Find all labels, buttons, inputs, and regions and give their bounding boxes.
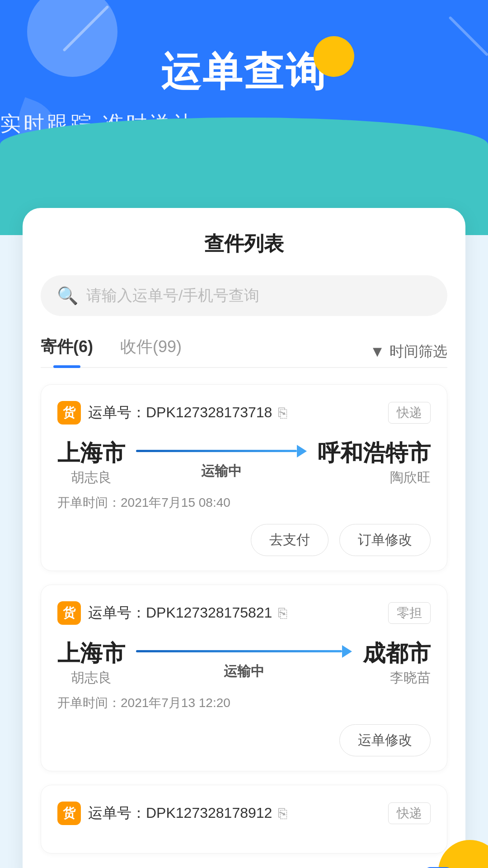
filter-icon: ▼ (370, 343, 385, 360)
package-card-3: 货 运单号：DPK127328178912 ⎘ 快递 (41, 785, 447, 854)
from-name-2: 胡志良 (57, 669, 125, 687)
panel-title: 查件列表 (41, 231, 447, 257)
copy-icon-2[interactable]: ⎘ (278, 605, 287, 622)
arrow-line-1 (136, 445, 307, 458)
pkg-card-header-1: 货 运单号：DPK127328173718 ⎘ 快递 (57, 401, 431, 425)
route-arrow-1: 运输中 (125, 445, 318, 481)
package-card-2: 货 运单号：DPK127328175821 ⎘ 零担 上海市 胡志良 运输中 成… (41, 585, 447, 771)
pkg-time-2: 开单时间：2021年7月13 12:20 (57, 694, 431, 712)
copy-icon-3[interactable]: ⎘ (278, 805, 287, 822)
search-icon: 🔍 (57, 286, 78, 306)
pkg-type-2: 零担 (388, 602, 431, 624)
hero-title-wrap: 运单查询 (0, 45, 488, 99)
action-row-1: 去支付 订单修改 (57, 524, 431, 556)
pkg-icon-1: 货 (57, 401, 81, 425)
tabs-row: 寄件(6) 收件(99) ▼ 时间筛选 (41, 336, 447, 368)
tab-received[interactable]: 收件(99) (120, 336, 182, 367)
arrow-line-2 (136, 645, 352, 658)
pkg-card-header-2: 货 运单号：DPK127328175821 ⎘ 零担 (57, 601, 431, 625)
to-city-2: 成都市 李晓苗 (363, 638, 431, 687)
route-status-1: 运输中 (201, 462, 242, 481)
pkg-waybill-1: 运单号：DPK127328173718 (88, 403, 272, 423)
to-city-text-1: 呼和浩特市 (318, 438, 431, 468)
pkg-card-header-3: 货 运单号：DPK127328178912 ⎘ 快递 (57, 802, 431, 825)
package-card-1: 货 运单号：DPK127328173718 ⎘ 快递 上海市 胡志良 运输中 呼… (41, 384, 447, 571)
pkg-waybill-2: 运单号：DPK127328175821 (88, 603, 272, 623)
copy-icon-1[interactable]: ⎘ (278, 405, 287, 421)
pkg-icon-3: 货 (57, 802, 81, 825)
modify-button-2[interactable]: 运单修改 (339, 724, 431, 756)
content-area: 查件列表 🔍 请输入运单号/手机号查询 寄件(6) 收件(99) ▼ 时间筛选 … (0, 235, 488, 868)
tab-sent[interactable]: 寄件(6) (41, 336, 93, 367)
time-filter[interactable]: ▼ 时间筛选 (370, 342, 447, 362)
route-status-2: 运输中 (224, 662, 264, 681)
from-city-1: 上海市 胡志良 (57, 438, 125, 487)
card-panel: 查件列表 🔍 请输入运单号/手机号查询 寄件(6) 收件(99) ▼ 时间筛选 … (23, 208, 465, 868)
pkg-type-3: 快递 (388, 802, 431, 824)
from-name-1: 胡志良 (57, 468, 125, 487)
to-city-1: 呼和浩特市 陶欣旺 (318, 438, 431, 487)
hero-title-text: 运单查询 (161, 49, 327, 94)
tab-sent-label: 寄件(6) (41, 337, 93, 356)
pkg-waybill-3: 运单号：DPK127328178912 (88, 803, 272, 823)
modify-button-1[interactable]: 订单修改 (339, 524, 431, 556)
from-city-2: 上海市 胡志良 (57, 638, 125, 687)
pkg-time-1: 开单时间：2021年7月15 08:40 (57, 494, 431, 511)
route-row-2: 上海市 胡志良 运输中 成都市 李晓苗 (57, 638, 431, 687)
filter-label: 时间筛选 (389, 342, 447, 362)
tab-received-label: 收件(99) (120, 337, 182, 356)
arrow-head-2 (342, 645, 352, 658)
hero-title-dot (314, 36, 354, 77)
pkg-type-1: 快递 (388, 402, 431, 424)
hero-title: 运单查询 (161, 45, 327, 99)
route-arrow-2: 运输中 (125, 645, 363, 681)
action-row-2: 运单修改 (57, 724, 431, 756)
search-bar[interactable]: 🔍 请输入运单号/手机号查询 (41, 275, 447, 316)
to-name-2: 李晓苗 (363, 669, 431, 687)
pay-button-1[interactable]: 去支付 (251, 524, 328, 556)
to-city-text-2: 成都市 (363, 638, 431, 669)
search-placeholder-text: 请输入运单号/手机号查询 (86, 285, 259, 306)
from-city-text-2: 上海市 (57, 638, 125, 669)
pkg-icon-2: 货 (57, 601, 81, 625)
from-city-text-1: 上海市 (57, 438, 125, 468)
arrow-head-1 (297, 445, 307, 458)
hero-section: 运单查询 实时跟踪 准时送达 (0, 0, 488, 235)
to-name-1: 陶欣旺 (318, 468, 431, 487)
route-row-1: 上海市 胡志良 运输中 呼和浩特市 陶欣旺 (57, 438, 431, 487)
